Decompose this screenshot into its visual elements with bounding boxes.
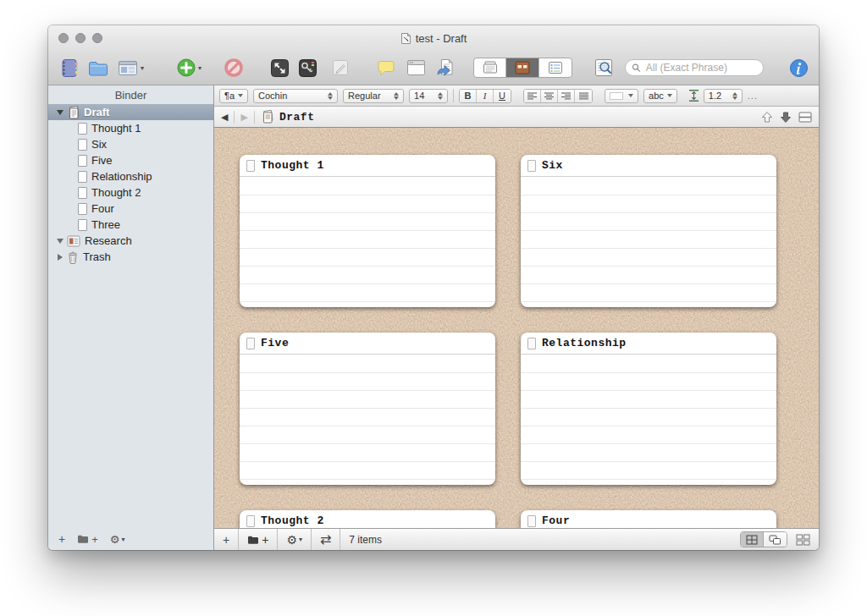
add-document-button[interactable]: + — [214, 529, 239, 550]
separator — [254, 111, 255, 124]
bold-button[interactable]: B — [460, 90, 477, 102]
stacked-cards-icon — [769, 535, 781, 545]
compile-button[interactable] — [435, 58, 456, 79]
color-well — [610, 92, 623, 100]
keywords-button[interactable] — [297, 58, 318, 79]
binder-action-menu-button[interactable]: ⚙ ▾ — [110, 533, 125, 546]
binder-icon — [58, 58, 80, 79]
biu-group: B I U — [459, 89, 511, 103]
index-card-thought-2[interactable]: Thought 2 — [240, 510, 495, 528]
italic-button[interactable]: I — [477, 90, 494, 102]
add-item-button[interactable]: ▾ — [176, 58, 202, 78]
align-left-button[interactable] — [524, 90, 541, 102]
align-center-button[interactable] — [541, 90, 558, 102]
folder-plus-icon — [77, 534, 91, 544]
comment-icon — [376, 58, 396, 78]
binder-item-relationship[interactable]: Relationship — [48, 168, 213, 184]
disclosure-down-icon[interactable] — [55, 239, 64, 244]
view-mode-outliner-button[interactable] — [539, 58, 572, 77]
binder-add-folder-button[interactable]: + — [77, 533, 98, 546]
stepper-icon — [328, 92, 333, 100]
align-right-button[interactable] — [558, 90, 575, 102]
chevron-down-icon — [667, 94, 672, 97]
layouts-button[interactable]: ▾ — [117, 58, 144, 78]
card-title-row: Six — [521, 155, 776, 177]
draft-folder-icon — [67, 106, 80, 119]
forward-button[interactable]: ▶ — [240, 113, 247, 122]
format-overflow-button[interactable]: ... — [748, 91, 758, 101]
sibling-up-button[interactable] — [761, 111, 773, 124]
scratchpad-button[interactable] — [330, 58, 351, 78]
view-mode-corkboard-button[interactable] — [506, 58, 538, 77]
binder-item-thought-1[interactable]: Thought 1 — [48, 120, 213, 136]
trash-icon — [67, 250, 79, 264]
window-title: test - Draft — [416, 32, 467, 45]
highlight-dropdown[interactable]: abc — [643, 89, 677, 103]
editor-header: ◀ ▶ Draft — [214, 107, 819, 128]
font-name-label: Cochin — [258, 91, 287, 101]
grid-layout-button[interactable] — [741, 532, 764, 547]
layouts-icon — [117, 58, 139, 78]
add-folder-button[interactable]: + — [239, 529, 278, 550]
folder-icon — [87, 58, 109, 79]
binder-item-four[interactable]: Four — [48, 201, 213, 217]
font-dropdown[interactable]: Cochin — [253, 89, 338, 103]
index-card-five[interactable]: Five — [240, 333, 495, 485]
line-spacing-dropdown[interactable]: 1.2 — [704, 89, 743, 103]
index-card-six[interactable]: Six — [521, 155, 776, 307]
inspector-window-button[interactable] — [406, 58, 427, 77]
line-spacing-button[interactable] — [689, 90, 699, 102]
sync-toggle-button[interactable]: ⇄ — [312, 529, 340, 550]
stepper-icon — [394, 92, 399, 100]
freeform-layout-button[interactable] — [764, 532, 787, 547]
inspector-button[interactable] — [789, 58, 809, 78]
index-card-relationship[interactable]: Relationship — [521, 333, 776, 485]
grid-icon — [746, 535, 758, 545]
back-button[interactable]: ◀ — [221, 113, 228, 122]
split-editor-button[interactable] — [798, 112, 812, 123]
info-icon — [789, 58, 809, 78]
collections-button[interactable] — [87, 58, 109, 79]
disclosure-right-icon[interactable] — [55, 254, 64, 261]
binder-item-draft[interactable]: Draft — [48, 104, 213, 120]
index-card-thought-1[interactable]: Thought 1 — [240, 155, 495, 307]
search-input[interactable] — [644, 61, 757, 74]
font-size-dropdown[interactable]: 14 — [409, 89, 448, 103]
item-count-label: 7 items — [340, 534, 390, 546]
editor-footer: + + ⚙ ▾ ⇄ 7 items — [214, 528, 819, 550]
align-justify-button[interactable] — [575, 90, 592, 102]
binder-item-five[interactable]: Five — [48, 152, 213, 168]
editor-pane: ¶a Cochin Regular 14 B I — [213, 85, 819, 550]
sibling-down-button[interactable] — [780, 111, 792, 124]
underline-button[interactable]: U — [494, 90, 511, 102]
project-search-button[interactable] — [593, 58, 615, 78]
search-field[interactable] — [625, 59, 764, 76]
binder-item-label: Research — [85, 234, 132, 247]
binder-add-button[interactable]: + — [58, 532, 65, 546]
comment-button[interactable] — [376, 58, 396, 78]
close-button[interactable] — [58, 33, 69, 43]
move-to-trash-button[interactable] — [224, 58, 244, 78]
corkboard[interactable]: Thought 1 Six Five — [214, 128, 819, 528]
action-menu-button[interactable]: ⚙ ▾ — [278, 529, 312, 550]
compose-mode-button[interactable] — [269, 58, 290, 79]
view-mode-document-button[interactable] — [474, 58, 506, 77]
text-color-dropdown[interactable] — [605, 89, 638, 103]
binder-item-research[interactable]: Research — [48, 233, 213, 249]
binder-item-six[interactable]: Six — [48, 136, 213, 152]
binder-item-trash[interactable]: Trash — [48, 249, 213, 265]
titlebar[interactable]: test - Draft — [48, 25, 819, 51]
outliner-view-icon — [547, 60, 564, 75]
arrange-cards-button[interactable] — [796, 534, 810, 546]
folder-plus-icon — [247, 535, 261, 545]
zoom-button[interactable] — [92, 33, 102, 43]
minimize-button[interactable] — [75, 33, 86, 43]
font-variant-dropdown[interactable]: Regular — [343, 89, 404, 103]
style-dropdown[interactable]: ¶a — [219, 89, 248, 103]
binder-item-three[interactable]: Three — [48, 217, 213, 233]
binder-toggle-button[interactable] — [58, 58, 80, 79]
index-card-four[interactable]: Four — [521, 510, 776, 528]
disclosure-down-icon[interactable] — [55, 110, 64, 115]
gear-caret-icon: ▾ — [299, 536, 302, 543]
binder-item-thought-2[interactable]: Thought 2 — [48, 184, 213, 201]
